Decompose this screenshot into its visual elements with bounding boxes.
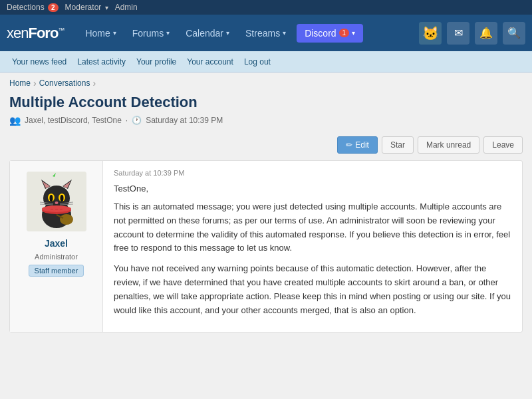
moderator-label: Moderator [65,3,102,12]
nav-discord-arrow-icon: ▾ [352,29,355,37]
nav-discord-label: Discord [305,28,336,39]
subnav-your-profile[interactable]: Your profile [131,51,182,72]
nav-items: Home ▾ Forums ▾ Calendar ▾ Streams ▾ Dis… [77,15,419,51]
leave-label: Leave [492,140,514,150]
admin-link[interactable]: Admin [115,3,138,12]
nav-streams-arrow-icon: ▾ [283,29,286,37]
nav-forums-arrow-icon: ▾ [166,29,170,37]
discord-badge: 1 [339,29,350,37]
meta-date: Saturday at 10:39 PM [146,116,223,125]
main-nav: xenForo™ Home ▾ Forums ▾ Calendar ▾ Stre… [0,15,532,51]
svg-point-11 [49,195,53,201]
leave-button[interactable]: Leave [483,136,523,154]
message-timestamp: Saturday at 10:39 PM [114,169,511,177]
detections-label: Detections [7,3,45,12]
subnav-news-feed[interactable]: Your news feed [7,51,72,72]
nav-calendar-arrow-icon: ▾ [226,29,229,37]
admin-bar: Detections 2 Moderator ▾ Admin [0,0,532,15]
mark-unread-label: Mark unread [426,140,471,150]
mark-unread-button[interactable]: Mark unread [418,136,479,154]
message-paragraph-1: This is an automated message; you were j… [114,200,511,255]
star-button[interactable]: Star [382,136,414,154]
moderator-arrow-icon: ▾ [105,4,108,11]
nav-home[interactable]: Home ▾ [77,15,124,51]
star-label: Star [390,140,405,150]
message-sidebar: ~ ~ ~ Jaxel Administrator Staff member [10,161,103,332]
svg-text:🐱: 🐱 [422,25,439,41]
clock-icon: 🕐 [132,116,142,125]
detections-badge: 2 [48,3,59,12]
nav-forums-label: Forums [132,28,164,39]
nav-home-label: Home [85,28,110,39]
message-greeting: TestOne, [114,184,511,194]
author-username[interactable]: Jaxel [45,238,68,249]
nav-forums[interactable]: Forums ▾ [124,15,178,51]
action-bar: ✏ Edit Star Mark unread Leave [9,136,523,154]
svg-point-13 [55,201,58,204]
nav-home-arrow-icon: ▾ [113,29,116,37]
subnav-log-out[interactable]: Log out [239,51,276,72]
breadcrumb: Home › Conversations › [0,72,532,94]
notifications-icon[interactable]: 🔔 [475,22,497,45]
message-paragraph-2: You have not received any warning points… [114,262,511,317]
breadcrumb-sep-1: › [33,78,37,88]
author-staff-badge: Staff member [29,265,84,277]
svg-point-21 [60,214,73,225]
breadcrumb-conversations[interactable]: Conversations [39,78,90,88]
search-icon[interactable]: 🔍 [503,22,525,45]
message-body: This is an automated message; you were j… [114,200,511,317]
author-role: Administrator [35,253,78,261]
nav-streams-label: Streams [245,28,280,39]
page-title: Multiple Account Detection [9,94,523,111]
detections-link[interactable]: Detections 2 [7,3,59,12]
message-block: ~ ~ ~ Jaxel Administrator Staff member S… [9,160,523,332]
nav-calendar[interactable]: Calendar ▾ [178,15,237,51]
svg-point-12 [60,195,63,201]
breadcrumb-home[interactable]: Home [9,78,31,88]
conversation-meta: 👥 Jaxel, testDiscord, TestOne · 🕐 Saturd… [9,115,523,126]
nav-discord[interactable]: Discord 1 ▾ [297,24,363,43]
site-logo[interactable]: xenForo™ [7,25,64,42]
nav-calendar-label: Calendar [186,28,223,39]
edit-pencil-icon: ✏ [346,140,352,150]
sub-nav: Your news feed Latest activity Your prof… [0,51,532,72]
author-avatar[interactable]: ~ ~ ~ [27,172,86,231]
moderator-menu[interactable]: Moderator ▾ [65,3,108,12]
user-avatar-button[interactable]: 🐱 [419,22,442,45]
participants-list: Jaxel, testDiscord, TestOne [25,116,122,125]
edit-button[interactable]: ✏ Edit [337,136,378,154]
logo-foro: Foro [28,25,58,41]
svg-text:~ ~ ~: ~ ~ ~ [50,206,63,212]
meta-separator: · [126,116,128,125]
nav-right: 🐱 ✉ 🔔 🔍 [419,22,525,45]
logo-xen: xen [7,25,28,41]
subnav-latest-activity[interactable]: Latest activity [72,51,131,72]
nav-streams[interactable]: Streams ▾ [237,15,294,51]
participants-icon: 👥 [9,115,21,126]
edit-label: Edit [355,140,369,150]
message-content: Saturday at 10:39 PM TestOne, This is an… [103,161,522,332]
page-content: Multiple Account Detection 👥 Jaxel, test… [0,94,532,342]
messages-icon[interactable]: ✉ [447,22,469,45]
logo-tm: ™ [58,26,64,33]
breadcrumb-sep-2: › [92,78,96,88]
subnav-your-account[interactable]: Your account [182,51,239,72]
